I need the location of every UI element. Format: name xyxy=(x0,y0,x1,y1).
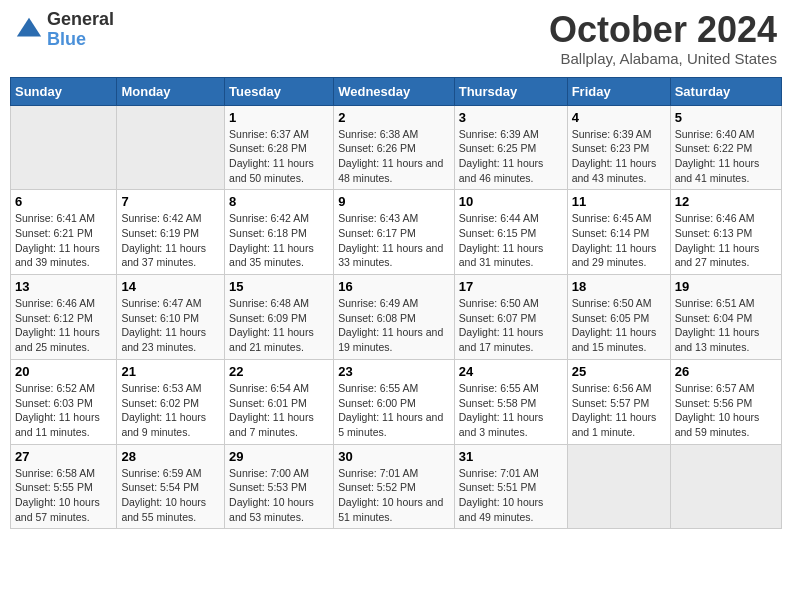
day-number: 13 xyxy=(15,279,112,294)
calendar-cell: 1Sunrise: 6:37 AMSunset: 6:28 PMDaylight… xyxy=(225,105,334,190)
calendar-week-row: 20Sunrise: 6:52 AMSunset: 6:03 PMDayligh… xyxy=(11,359,782,444)
day-number: 9 xyxy=(338,194,450,209)
calendar-cell xyxy=(117,105,225,190)
day-number: 2 xyxy=(338,110,450,125)
calendar-cell: 23Sunrise: 6:55 AMSunset: 6:00 PMDayligh… xyxy=(334,359,455,444)
header-wednesday: Wednesday xyxy=(334,77,455,105)
calendar-cell: 9Sunrise: 6:43 AMSunset: 6:17 PMDaylight… xyxy=(334,190,455,275)
calendar-cell: 24Sunrise: 6:55 AMSunset: 5:58 PMDayligh… xyxy=(454,359,567,444)
day-info: Sunrise: 6:53 AMSunset: 6:02 PMDaylight:… xyxy=(121,381,220,440)
day-number: 29 xyxy=(229,449,329,464)
day-info: Sunrise: 6:55 AMSunset: 6:00 PMDaylight:… xyxy=(338,381,450,440)
day-number: 15 xyxy=(229,279,329,294)
header-saturday: Saturday xyxy=(670,77,781,105)
day-number: 6 xyxy=(15,194,112,209)
day-info: Sunrise: 6:57 AMSunset: 5:56 PMDaylight:… xyxy=(675,381,777,440)
calendar-week-row: 13Sunrise: 6:46 AMSunset: 6:12 PMDayligh… xyxy=(11,275,782,360)
location: Ballplay, Alabama, United States xyxy=(549,50,777,67)
day-number: 4 xyxy=(572,110,666,125)
calendar-cell: 25Sunrise: 6:56 AMSunset: 5:57 PMDayligh… xyxy=(567,359,670,444)
header-tuesday: Tuesday xyxy=(225,77,334,105)
day-info: Sunrise: 6:40 AMSunset: 6:22 PMDaylight:… xyxy=(675,127,777,186)
day-info: Sunrise: 6:41 AMSunset: 6:21 PMDaylight:… xyxy=(15,211,112,270)
calendar-cell: 30Sunrise: 7:01 AMSunset: 5:52 PMDayligh… xyxy=(334,444,455,529)
calendar-cell: 21Sunrise: 6:53 AMSunset: 6:02 PMDayligh… xyxy=(117,359,225,444)
day-number: 20 xyxy=(15,364,112,379)
day-number: 3 xyxy=(459,110,563,125)
calendar-cell: 19Sunrise: 6:51 AMSunset: 6:04 PMDayligh… xyxy=(670,275,781,360)
day-number: 30 xyxy=(338,449,450,464)
day-number: 5 xyxy=(675,110,777,125)
day-number: 22 xyxy=(229,364,329,379)
calendar-cell: 2Sunrise: 6:38 AMSunset: 6:26 PMDaylight… xyxy=(334,105,455,190)
calendar-cell xyxy=(670,444,781,529)
day-number: 25 xyxy=(572,364,666,379)
day-info: Sunrise: 7:00 AMSunset: 5:53 PMDaylight:… xyxy=(229,466,329,525)
day-number: 10 xyxy=(459,194,563,209)
calendar-cell: 4Sunrise: 6:39 AMSunset: 6:23 PMDaylight… xyxy=(567,105,670,190)
day-info: Sunrise: 6:52 AMSunset: 6:03 PMDaylight:… xyxy=(15,381,112,440)
calendar-cell: 22Sunrise: 6:54 AMSunset: 6:01 PMDayligh… xyxy=(225,359,334,444)
day-info: Sunrise: 6:56 AMSunset: 5:57 PMDaylight:… xyxy=(572,381,666,440)
day-info: Sunrise: 6:48 AMSunset: 6:09 PMDaylight:… xyxy=(229,296,329,355)
day-number: 1 xyxy=(229,110,329,125)
day-number: 31 xyxy=(459,449,563,464)
calendar-cell: 14Sunrise: 6:47 AMSunset: 6:10 PMDayligh… xyxy=(117,275,225,360)
day-info: Sunrise: 6:37 AMSunset: 6:28 PMDaylight:… xyxy=(229,127,329,186)
title-block: October 2024 Ballplay, Alabama, United S… xyxy=(549,10,777,67)
day-number: 28 xyxy=(121,449,220,464)
day-info: Sunrise: 6:39 AMSunset: 6:25 PMDaylight:… xyxy=(459,127,563,186)
day-number: 18 xyxy=(572,279,666,294)
calendar-cell: 5Sunrise: 6:40 AMSunset: 6:22 PMDaylight… xyxy=(670,105,781,190)
calendar-cell: 6Sunrise: 6:41 AMSunset: 6:21 PMDaylight… xyxy=(11,190,117,275)
calendar-cell: 8Sunrise: 6:42 AMSunset: 6:18 PMDaylight… xyxy=(225,190,334,275)
day-info: Sunrise: 6:54 AMSunset: 6:01 PMDaylight:… xyxy=(229,381,329,440)
day-number: 8 xyxy=(229,194,329,209)
calendar-cell: 28Sunrise: 6:59 AMSunset: 5:54 PMDayligh… xyxy=(117,444,225,529)
day-number: 16 xyxy=(338,279,450,294)
header-friday: Friday xyxy=(567,77,670,105)
day-info: Sunrise: 7:01 AMSunset: 5:52 PMDaylight:… xyxy=(338,466,450,525)
day-number: 14 xyxy=(121,279,220,294)
calendar-header-row: SundayMondayTuesdayWednesdayThursdayFrid… xyxy=(11,77,782,105)
calendar-cell xyxy=(11,105,117,190)
logo: General Blue xyxy=(15,10,114,50)
svg-marker-0 xyxy=(17,18,41,37)
day-number: 26 xyxy=(675,364,777,379)
calendar-cell: 11Sunrise: 6:45 AMSunset: 6:14 PMDayligh… xyxy=(567,190,670,275)
day-info: Sunrise: 6:51 AMSunset: 6:04 PMDaylight:… xyxy=(675,296,777,355)
calendar-cell: 18Sunrise: 6:50 AMSunset: 6:05 PMDayligh… xyxy=(567,275,670,360)
day-info: Sunrise: 6:45 AMSunset: 6:14 PMDaylight:… xyxy=(572,211,666,270)
calendar-week-row: 27Sunrise: 6:58 AMSunset: 5:55 PMDayligh… xyxy=(11,444,782,529)
header-thursday: Thursday xyxy=(454,77,567,105)
day-info: Sunrise: 6:50 AMSunset: 6:05 PMDaylight:… xyxy=(572,296,666,355)
calendar-cell: 16Sunrise: 6:49 AMSunset: 6:08 PMDayligh… xyxy=(334,275,455,360)
calendar-table: SundayMondayTuesdayWednesdayThursdayFrid… xyxy=(10,77,782,530)
day-info: Sunrise: 6:50 AMSunset: 6:07 PMDaylight:… xyxy=(459,296,563,355)
calendar-cell: 13Sunrise: 6:46 AMSunset: 6:12 PMDayligh… xyxy=(11,275,117,360)
day-info: Sunrise: 6:42 AMSunset: 6:18 PMDaylight:… xyxy=(229,211,329,270)
day-info: Sunrise: 6:59 AMSunset: 5:54 PMDaylight:… xyxy=(121,466,220,525)
day-info: Sunrise: 6:46 AMSunset: 6:12 PMDaylight:… xyxy=(15,296,112,355)
day-info: Sunrise: 6:42 AMSunset: 6:19 PMDaylight:… xyxy=(121,211,220,270)
header-sunday: Sunday xyxy=(11,77,117,105)
calendar-cell: 15Sunrise: 6:48 AMSunset: 6:09 PMDayligh… xyxy=(225,275,334,360)
calendar-cell xyxy=(567,444,670,529)
calendar-cell: 31Sunrise: 7:01 AMSunset: 5:51 PMDayligh… xyxy=(454,444,567,529)
calendar-cell: 20Sunrise: 6:52 AMSunset: 6:03 PMDayligh… xyxy=(11,359,117,444)
calendar-cell: 27Sunrise: 6:58 AMSunset: 5:55 PMDayligh… xyxy=(11,444,117,529)
day-number: 12 xyxy=(675,194,777,209)
calendar-cell: 17Sunrise: 6:50 AMSunset: 6:07 PMDayligh… xyxy=(454,275,567,360)
day-info: Sunrise: 6:49 AMSunset: 6:08 PMDaylight:… xyxy=(338,296,450,355)
day-number: 24 xyxy=(459,364,563,379)
calendar-cell: 10Sunrise: 6:44 AMSunset: 6:15 PMDayligh… xyxy=(454,190,567,275)
day-number: 19 xyxy=(675,279,777,294)
calendar-cell: 26Sunrise: 6:57 AMSunset: 5:56 PMDayligh… xyxy=(670,359,781,444)
calendar-week-row: 1Sunrise: 6:37 AMSunset: 6:28 PMDaylight… xyxy=(11,105,782,190)
logo-icon xyxy=(15,16,43,44)
day-number: 23 xyxy=(338,364,450,379)
day-info: Sunrise: 6:58 AMSunset: 5:55 PMDaylight:… xyxy=(15,466,112,525)
day-info: Sunrise: 6:43 AMSunset: 6:17 PMDaylight:… xyxy=(338,211,450,270)
day-info: Sunrise: 7:01 AMSunset: 5:51 PMDaylight:… xyxy=(459,466,563,525)
day-info: Sunrise: 6:44 AMSunset: 6:15 PMDaylight:… xyxy=(459,211,563,270)
